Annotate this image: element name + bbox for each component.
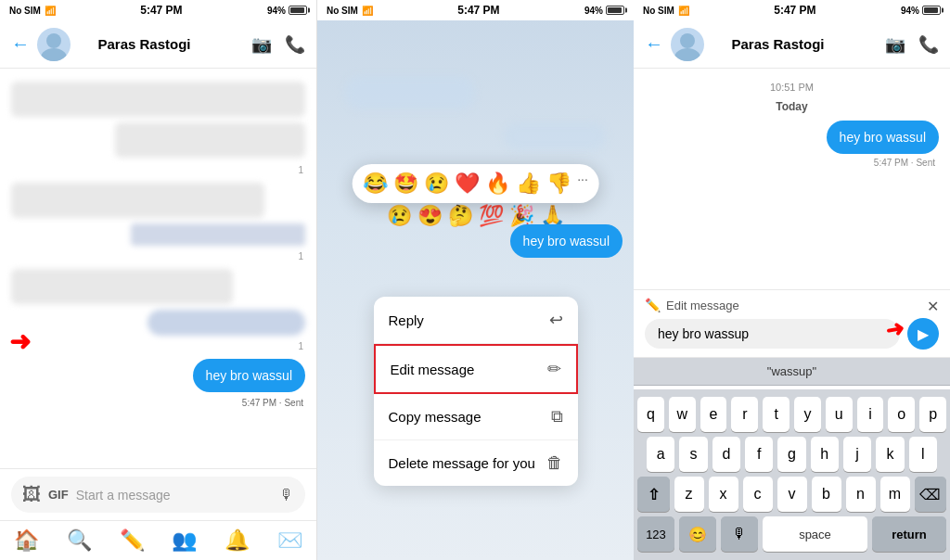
key-space[interactable]: space xyxy=(763,516,867,552)
key-m[interactable]: m xyxy=(880,477,910,512)
edit-close-3[interactable]: ✕ xyxy=(927,298,939,315)
key-row-3: ⇧ z x c v b n m ⌫ xyxy=(637,477,946,512)
key-delete[interactable]: ⌫ xyxy=(915,477,947,512)
emoji-sad[interactable]: 😢 xyxy=(424,172,449,196)
emoji-100[interactable]: 💯 xyxy=(479,204,504,228)
nav-messages-1[interactable]: ✉️ xyxy=(277,528,302,553)
battery-icon-3 xyxy=(922,6,941,15)
nav-search-1[interactable]: 🔍 xyxy=(67,528,92,553)
key-k[interactable]: k xyxy=(876,437,904,472)
message-row-1: hey bro wassul xyxy=(0,353,316,394)
emoji-think[interactable]: 🤔 xyxy=(448,204,473,228)
key-h[interactable]: h xyxy=(811,437,839,472)
emoji-cry[interactable]: 😢 xyxy=(387,204,412,228)
key-shift[interactable]: ⇧ xyxy=(637,477,670,512)
wifi-icon-1: 📶 xyxy=(45,6,56,16)
emoji-love[interactable]: 😍 xyxy=(417,204,443,228)
emoji-wow[interactable]: 🤩 xyxy=(393,172,418,196)
status-bar-3: No SIM 📶 5:47 PM 94% xyxy=(634,0,950,20)
key-n[interactable]: n xyxy=(846,477,876,512)
key-u[interactable]: u xyxy=(826,397,853,432)
context-reply[interactable]: Reply ↩ xyxy=(374,297,578,344)
voice-icon-1[interactable]: 🎙 xyxy=(279,487,294,503)
video-icon-1[interactable]: 📷 xyxy=(251,34,272,55)
key-v[interactable]: v xyxy=(777,477,807,512)
key-g[interactable]: g xyxy=(777,437,805,472)
blur-bubble-1 xyxy=(345,76,475,109)
context-delete[interactable]: Delete message for you 🗑 xyxy=(374,440,578,486)
key-x[interactable]: x xyxy=(709,477,738,512)
key-j[interactable]: j xyxy=(843,437,871,472)
context-copy[interactable]: Copy message ⧉ xyxy=(374,394,578,440)
key-return[interactable]: return xyxy=(872,516,946,552)
status-bar-2: No SIM 📶 5:47 PM 94% xyxy=(317,0,634,20)
emoji-thumbsup[interactable]: 👍 xyxy=(516,172,541,196)
call-icon-3[interactable]: 📞 xyxy=(918,34,939,55)
key-y[interactable]: y xyxy=(794,397,821,432)
key-emoji[interactable]: 😊 xyxy=(679,516,716,552)
autocomplete-word-3[interactable]: "wassup" xyxy=(752,362,831,381)
sent-bubble-3[interactable]: hey bro wassul xyxy=(827,121,939,154)
today-label-3: Today xyxy=(645,100,939,113)
header-3: ← Paras Rastogi 📷 📞 xyxy=(634,20,950,69)
key-o[interactable]: o xyxy=(888,397,915,432)
key-q[interactable]: q xyxy=(637,397,664,432)
key-d[interactable]: d xyxy=(712,437,740,472)
message-meta-1: 5:47 PM · Sent xyxy=(0,396,316,410)
emoji-fire[interactable]: 🔥 xyxy=(485,172,510,196)
gif-icon-1[interactable]: GIF xyxy=(48,488,69,502)
red-arrow-1: ➜ xyxy=(9,326,31,357)
key-z[interactable]: z xyxy=(674,477,704,512)
edit-text-input-3[interactable] xyxy=(645,319,900,349)
nav-compose-1[interactable]: ✏️ xyxy=(120,528,145,553)
status-left-3: No SIM 📶 xyxy=(643,6,689,16)
context-delete-label: Delete message for you xyxy=(389,455,535,471)
blur-row-3 xyxy=(11,183,264,218)
key-r[interactable]: r xyxy=(731,397,758,432)
key-f[interactable]: f xyxy=(745,437,773,472)
num-label-3: 1 xyxy=(0,339,316,353)
emoji-bar-2: 😂 🤩 😢 ❤️ 🔥 👍 👎 ··· xyxy=(352,164,599,203)
key-e[interactable]: e xyxy=(700,397,727,432)
back-button-3[interactable]: ← xyxy=(645,33,663,55)
message-input-1[interactable]: Start a message xyxy=(76,488,272,503)
key-c[interactable]: c xyxy=(743,477,773,512)
key-mic[interactable]: 🎙 xyxy=(721,516,758,552)
emoji-heart[interactable]: ❤️ xyxy=(455,172,480,196)
key-numbers[interactable]: 123 xyxy=(637,516,674,552)
nav-people-1[interactable]: 👥 xyxy=(172,528,197,553)
nav-home-1[interactable]: 🏠 xyxy=(14,528,39,553)
avatar-3 xyxy=(671,28,704,61)
back-button-1[interactable]: ← xyxy=(11,33,30,55)
emoji-more[interactable]: ··· xyxy=(577,172,588,196)
image-icon-1[interactable]: 🖼 xyxy=(22,484,41,505)
nav-bell-1[interactable]: 🔔 xyxy=(225,528,250,553)
bubble-panel2[interactable]: hey bro wassul xyxy=(510,224,623,258)
panel-1: No SIM 📶 5:47 PM 94% ← Paras Rastogi 📷 📞… xyxy=(0,0,317,560)
context-edit[interactable]: Edit message ✏ xyxy=(374,344,578,394)
time-3: 5:47 PM xyxy=(774,4,815,17)
blurred-bg-2: 😂 🤩 😢 ❤️ 🔥 👍 👎 ··· 😢 😍 🤔 💯 🎉 🙏 hey bro w… xyxy=(317,20,634,560)
emoji-laugh[interactable]: 😂 xyxy=(363,172,388,196)
video-icon-3[interactable]: 📷 xyxy=(885,34,905,55)
key-l[interactable]: l xyxy=(909,437,937,472)
context-copy-icon: ⧉ xyxy=(551,407,563,426)
key-b[interactable]: b xyxy=(812,477,841,512)
key-p[interactable]: p xyxy=(919,397,946,432)
blur-row-6 xyxy=(148,310,306,336)
status-bar-1: No SIM 📶 5:47 PM 94% xyxy=(0,0,316,20)
key-s[interactable]: s xyxy=(679,437,707,472)
main-bubble-1[interactable]: hey bro wassul xyxy=(193,359,305,392)
header-title-1: Paras Rastogi xyxy=(97,36,190,52)
call-icon-1[interactable]: 📞 xyxy=(285,34,305,55)
key-t[interactable]: t xyxy=(763,397,790,432)
blur-row-1 xyxy=(11,82,305,117)
send-button-3[interactable]: ▶ xyxy=(907,318,939,350)
autocomplete-bar-3: "wassup" xyxy=(634,358,950,386)
key-i[interactable]: i xyxy=(857,397,884,432)
svg-point-0 xyxy=(46,33,61,48)
key-w[interactable]: w xyxy=(669,397,696,432)
time-1: 5:47 PM xyxy=(140,4,182,17)
emoji-thumbsdown[interactable]: 👎 xyxy=(546,172,571,196)
key-a[interactable]: a xyxy=(647,437,674,472)
